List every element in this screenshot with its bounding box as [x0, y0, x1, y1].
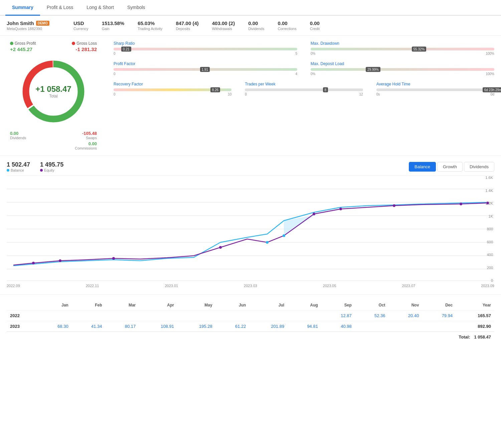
table-header-row: Jan Feb Mar Apr May Jun Jul Aug Sep Oct …	[7, 300, 494, 310]
svg-point-22	[460, 203, 462, 205]
2023-sep: 40.98	[321, 321, 355, 332]
equity-label: Equity	[40, 168, 63, 172]
2023-mar: 80.17	[105, 321, 139, 332]
svg-point-19	[313, 213, 315, 215]
y-label-0: 1.6K	[485, 176, 493, 180]
recovery-factor-handle: 8.26	[210, 87, 220, 92]
stat-corrections-value: 0.00	[278, 20, 296, 26]
x-label-5: 2023.07	[402, 284, 415, 288]
stat-gain-label: Gain	[102, 27, 125, 31]
demo-badge: DEMO	[36, 21, 49, 26]
dividends-stat-label: Dividends	[10, 136, 26, 140]
svg-point-21	[393, 204, 395, 207]
x-axis: 2022.09 2022.11 2023.01 2023.03 2023.05 …	[7, 282, 494, 289]
y-axis: 1.6K 1.4K 1.2K 1K 800 600 400 200 0	[485, 176, 494, 282]
2023-oct	[355, 321, 389, 332]
2022-sep: 12.87	[321, 310, 355, 321]
stat-deposits-label: Deposits	[176, 27, 198, 31]
metric-profit-factor-range: 0 4	[114, 72, 297, 76]
metric-recovery-factor-range: 0 10	[114, 92, 231, 96]
profit-factor-handle: 1.91	[200, 67, 210, 72]
stat-dividends-label: Dividends	[248, 27, 264, 31]
dividends-button[interactable]: Dividends	[464, 162, 494, 172]
donut-legend-row: Gross Profit +2 445.27 Gross Loss -1 281…	[7, 41, 100, 52]
main-content: Gross Profit +2 445.27 Gross Loss -1 281…	[0, 36, 501, 156]
stat-corrections: 0.00 Corrections	[278, 20, 296, 31]
metric-avg-hold-time-title: Average Hold Time	[376, 82, 494, 86]
2022-may	[177, 310, 216, 321]
metrics-section: Sharp Ratio 0.21 0 5 Max. Drawdown 55.32…	[107, 41, 494, 150]
table-footer: Total: 1 058.47	[7, 331, 494, 342]
metric-trades-per-week-bar: 8	[245, 88, 363, 91]
commissions-value: 0.00	[75, 141, 97, 146]
col-apr: Apr	[139, 300, 177, 310]
2022-aug	[288, 310, 321, 321]
col-may: May	[177, 300, 216, 310]
year-2022: 2022	[7, 310, 38, 321]
green-dot	[10, 42, 13, 45]
y-label-7: 200	[485, 266, 493, 270]
total-label: Total:	[459, 334, 470, 340]
stat-withdrawals: 403.00 (2) Withdrawals	[212, 20, 235, 31]
metric-max-drawdown-title: Max. Drawdown	[311, 41, 494, 46]
balance-button[interactable]: Balance	[409, 162, 436, 172]
metrics-row-1: Sharp Ratio 0.21 0 5 Max. Drawdown 55.32…	[114, 41, 494, 55]
table-section: Jan Feb Mar Apr May Jun Jul Aug Sep Oct …	[0, 295, 501, 348]
col-year	[7, 300, 38, 310]
chart-stats: 1 502.47 Balance 1 495.75 Equity	[7, 161, 63, 172]
stat-trading-activity-label: Trading Activity	[138, 27, 162, 31]
balance-label: Balance	[7, 168, 30, 172]
svg-point-17	[266, 241, 269, 244]
svg-point-13	[32, 262, 35, 264]
2022-year: 165.57	[456, 310, 494, 321]
metric-max-drawdown: Max. Drawdown 55.32% 0% 100%	[311, 41, 494, 55]
year-2023: 2023	[7, 321, 38, 332]
table-row-2022: 2022 12.87 52.36 20.40 79.94 165.57	[7, 310, 494, 321]
growth-button[interactable]: Growth	[437, 162, 463, 172]
balance-stat: 1 502.47 Balance	[7, 161, 30, 172]
tab-symbols[interactable]: Symbols	[121, 0, 152, 16]
col-sep: Sep	[321, 300, 355, 310]
y-label-3: 1K	[485, 214, 493, 218]
donut-total-value: +1 058.47	[35, 84, 71, 94]
purple-dot	[40, 169, 43, 172]
x-label-1: 2022.11	[86, 284, 99, 288]
chart-section: 1 502.47 Balance 1 495.75 Equity Balance…	[0, 156, 501, 295]
col-nov: Nov	[389, 300, 423, 310]
stat-currency: USD Currency	[73, 20, 89, 31]
2022-mar	[105, 310, 139, 321]
2022-jan	[38, 310, 72, 321]
stat-credit: 0.00 Credit	[310, 20, 320, 31]
stat-corrections-label: Corrections	[278, 27, 296, 31]
gross-profit-label: Gross Profit	[10, 41, 36, 46]
donut-center-label: +1 058.47 Total	[35, 84, 71, 98]
chart-buttons: Balance Growth Dividends	[409, 162, 494, 172]
tab-long-short[interactable]: Long & Short	[80, 0, 121, 16]
gross-profit-value: +2 445.27	[10, 46, 36, 52]
svg-point-15	[112, 257, 115, 260]
svg-point-14	[59, 259, 61, 262]
avg-hold-time-handle: 6d 23h 29m	[483, 87, 501, 92]
stat-withdrawals-label: Withdrawals	[212, 27, 235, 31]
2023-aug: 94.81	[288, 321, 321, 332]
x-label-3: 2023.03	[244, 284, 257, 288]
y-label-1: 1.4K	[485, 189, 493, 193]
metric-avg-hold-time: Average Hold Time 6d 23h 29m 0s 0d	[376, 82, 494, 96]
stat-dividends-value: 0.00	[248, 20, 264, 26]
y-label-2: 1.2K	[485, 201, 493, 205]
commissions-row: 0.00 Commissions	[7, 141, 100, 150]
tab-summary[interactable]: Summary	[5, 0, 40, 16]
header-row: John Smith DEMO MetaQuotes 1882390 USD C…	[0, 16, 501, 36]
col-jul: Jul	[249, 300, 288, 310]
metrics-row-2: Profit Factor 1.91 0 4 Max. Deposit Load…	[114, 61, 494, 76]
metric-max-deposit-load-bar: 29.99%	[311, 68, 494, 71]
metric-recovery-factor: Recovery Factor 8.26 0 10	[114, 82, 231, 96]
tab-profit-loss[interactable]: Profit & Loss	[40, 0, 80, 16]
metric-trades-per-week-title: Trades per Week	[245, 82, 363, 86]
line-chart-svg	[7, 176, 494, 282]
metric-profit-factor-bar: 1.91	[114, 68, 297, 71]
balance-value: 1 502.47	[7, 161, 30, 168]
swaps-stat-label: Swaps	[82, 136, 97, 140]
metric-sharp-ratio-title: Sharp Ratio	[114, 41, 297, 46]
stat-deposits: 847.00 (4) Deposits	[176, 20, 198, 31]
